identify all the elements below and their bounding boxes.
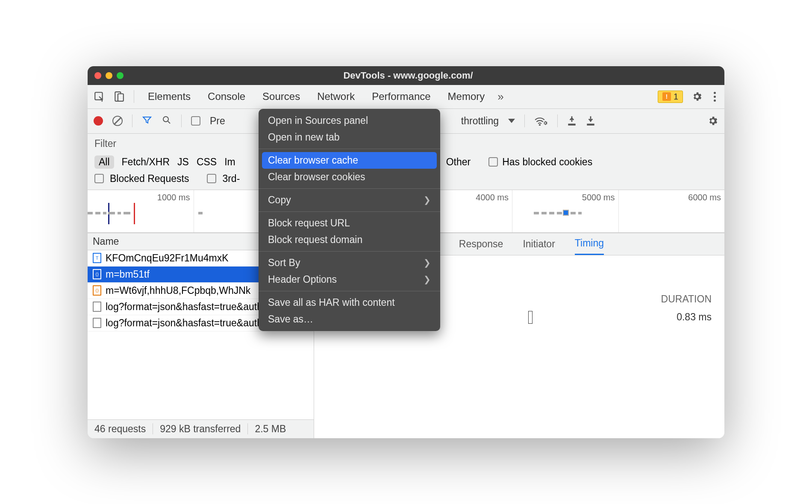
ctx-sort-by[interactable]: Sort By❯: [259, 255, 440, 271]
settings-icon[interactable]: [691, 91, 703, 102]
filter-other[interactable]: Other: [446, 156, 471, 168]
context-menu: Open in Sources panel Open in new tab Cl…: [259, 109, 440, 331]
blocked-requests-label: Blocked Requests: [110, 173, 189, 185]
request-name: KFOmCnqEu92Fr1Mu4mxK: [106, 252, 229, 264]
file-icon: T: [93, 253, 101, 263]
filter-js[interactable]: JS: [177, 156, 189, 168]
blocked-requests-checkbox[interactable]: [94, 174, 104, 183]
filter-all[interactable]: All: [94, 155, 114, 169]
network-conditions-icon[interactable]: [534, 116, 548, 126]
overview-marker: [563, 210, 569, 216]
svg-rect-6: [587, 124, 594, 126]
file-icon: ⟨⟩: [93, 269, 101, 279]
inspect-icon[interactable]: [94, 91, 105, 102]
svg-rect-2: [118, 94, 124, 101]
request-name: m=bm51tf: [106, 269, 150, 280]
warning-count: 1: [674, 92, 678, 102]
main-tabs: Elements Console Sources Network Perform…: [88, 85, 724, 109]
ctx-save-har[interactable]: Save all as HAR with content: [259, 294, 440, 311]
status-resources: 2.5 MB: [248, 423, 293, 435]
tab-response[interactable]: Response: [459, 233, 503, 255]
menu-icon[interactable]: [711, 92, 718, 102]
overview-tick-4000: 4000 ms: [476, 193, 509, 202]
overview-tick-6000: 6000 ms: [688, 193, 721, 202]
request-name: m=Wt6vjf,hhhU8,FCpbqb,WhJNk: [106, 285, 250, 296]
timing-queueing-bar: [528, 311, 533, 324]
throttling-dropdown-icon[interactable]: [508, 119, 515, 123]
tab-performance[interactable]: Performance: [368, 91, 435, 103]
ctx-copy[interactable]: Copy❯: [259, 192, 440, 208]
svg-point-4: [539, 125, 540, 126]
warning-icon: !: [662, 92, 671, 101]
tab-elements[interactable]: Elements: [144, 91, 195, 103]
has-blocked-cookies-label: Has blocked cookies: [502, 156, 592, 168]
ctx-block-url[interactable]: Block request URL: [259, 215, 440, 231]
ctx-clear-cache[interactable]: Clear browser cache: [262, 152, 437, 169]
preserve-log-checkbox[interactable]: [191, 116, 200, 126]
overview-tick-5000: 5000 ms: [582, 193, 615, 202]
throttling-label: throttling: [461, 115, 499, 127]
tab-console[interactable]: Console: [203, 91, 250, 103]
export-har-icon[interactable]: [586, 115, 595, 126]
tab-initiator[interactable]: Initiator: [523, 233, 555, 255]
tab-memory[interactable]: Memory: [444, 91, 489, 103]
status-bar: 46 requests 929 kB transferred 2.5 MB: [88, 419, 314, 438]
has-blocked-cookies-checkbox[interactable]: [488, 157, 498, 167]
request-name: log?format=json&hasfast=true&authu…: [106, 301, 278, 313]
third-party-label: 3rd-: [222, 173, 240, 185]
titlebar: DevTools - www.google.com/: [88, 66, 724, 85]
ctx-header-options[interactable]: Header Options❯: [259, 271, 440, 288]
filter-fetch-xhr[interactable]: Fetch/XHR: [122, 156, 170, 168]
timing-duration-header: DURATION: [661, 293, 712, 305]
preserve-log-label: Pre: [210, 115, 225, 127]
chevron-right-icon: ❯: [424, 258, 431, 268]
chevron-right-icon: ❯: [424, 195, 431, 205]
device-toggle-icon[interactable]: [113, 91, 124, 102]
clear-icon[interactable]: [112, 116, 123, 126]
status-transferred: 929 kB transferred: [153, 423, 247, 435]
tab-network[interactable]: Network: [313, 91, 359, 103]
file-icon: [93, 318, 101, 328]
ctx-open-sources[interactable]: Open in Sources panel: [259, 112, 440, 129]
network-settings-icon[interactable]: [707, 115, 718, 126]
request-name: log?format=json&hasfast=true&authu…: [106, 317, 278, 329]
file-icon: [93, 302, 101, 312]
filter-img[interactable]: Im: [224, 156, 235, 168]
more-tabs-icon[interactable]: »: [497, 90, 503, 103]
record-icon[interactable]: [94, 116, 103, 126]
svg-rect-5: [568, 124, 575, 126]
chevron-right-icon: ❯: [424, 274, 431, 284]
status-requests: 46 requests: [88, 423, 153, 435]
ctx-clear-cookies[interactable]: Clear browser cookies: [259, 169, 440, 185]
filter-css[interactable]: CSS: [197, 156, 217, 168]
file-icon: ⟨⟩: [93, 285, 101, 296]
search-icon[interactable]: [162, 115, 172, 127]
import-har-icon[interactable]: [567, 115, 577, 126]
ctx-open-new-tab[interactable]: Open in new tab: [259, 129, 440, 146]
warning-badge[interactable]: ! 1: [658, 91, 683, 103]
tab-sources[interactable]: Sources: [258, 91, 304, 103]
window-title: DevTools - www.google.com/: [99, 70, 718, 81]
filter-icon[interactable]: [142, 115, 152, 127]
devtools-window: DevTools - www.google.com/ Elements Cons…: [88, 66, 724, 438]
timing-queueing-value: 0.83 ms: [677, 311, 712, 323]
ctx-block-domain[interactable]: Block request domain: [259, 231, 440, 248]
overview-tick-1000: 1000 ms: [157, 193, 190, 202]
ctx-save-as[interactable]: Save as…: [259, 311, 440, 328]
svg-point-3: [163, 117, 168, 122]
tab-timing[interactable]: Timing: [575, 233, 604, 255]
third-party-checkbox[interactable]: [207, 174, 216, 183]
